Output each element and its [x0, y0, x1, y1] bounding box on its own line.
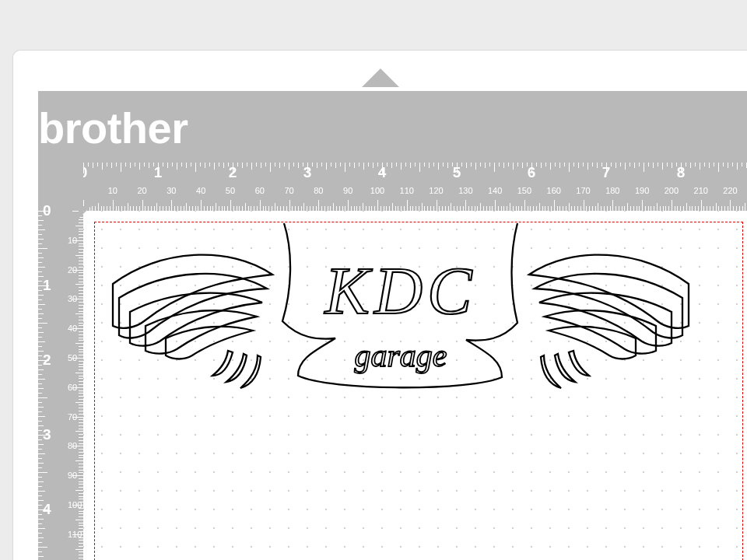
ruler-h-mm-40: 40 — [196, 186, 205, 195]
ruler-h-mm-160: 160 — [547, 186, 561, 195]
ruler-h-mm-140: 140 — [488, 186, 502, 195]
ruler-h-mm-10: 10 — [108, 186, 117, 195]
ruler-h-mm-210: 210 — [694, 186, 708, 195]
ruler-h-mm-70: 70 — [284, 186, 293, 195]
design-text-line1: KDC — [324, 254, 477, 328]
design-text-line2: garage — [355, 338, 447, 373]
brother-logo: brother — [38, 96, 188, 159]
ruler-h-mm-90: 90 — [343, 186, 352, 195]
ruler-h-mm-200: 200 — [665, 186, 679, 195]
ruler-vertical: 01234102030405060708090100110 — [38, 163, 83, 560]
ruler-h-mm-100: 100 — [370, 186, 384, 195]
design-object-kdc-garage[interactable]: KDC garage — [97, 222, 704, 408]
ruler-h-mm-180: 180 — [605, 186, 619, 195]
mat-panel: brother 01234567891020304050607080901001… — [12, 50, 747, 560]
ruler-h-mm-150: 150 — [517, 186, 531, 195]
ruler-h-mm-20: 20 — [137, 186, 146, 195]
ruler-h-mm-130: 130 — [458, 186, 472, 195]
ruler-h-mm-60: 60 — [255, 186, 265, 195]
ruler-h-mm-190: 190 — [635, 186, 649, 195]
ruler-h-mm-50: 50 — [226, 186, 235, 195]
ruler-h-mm-170: 170 — [576, 186, 590, 195]
ruler-h-mm-220: 220 — [723, 186, 737, 195]
ruler-h-mm-120: 120 — [429, 186, 443, 195]
cutting-mat-area[interactable]: KDC garage — [83, 211, 747, 560]
ruler-horizontal: 0123456789102030405060708090100110120130… — [38, 163, 747, 211]
ruler-h-mm-110: 110 — [400, 186, 414, 195]
mat-orient-arrow-icon — [362, 68, 399, 87]
ruler-h-mm-30: 30 — [167, 186, 176, 195]
ruler-h-mm-80: 80 — [314, 186, 323, 195]
